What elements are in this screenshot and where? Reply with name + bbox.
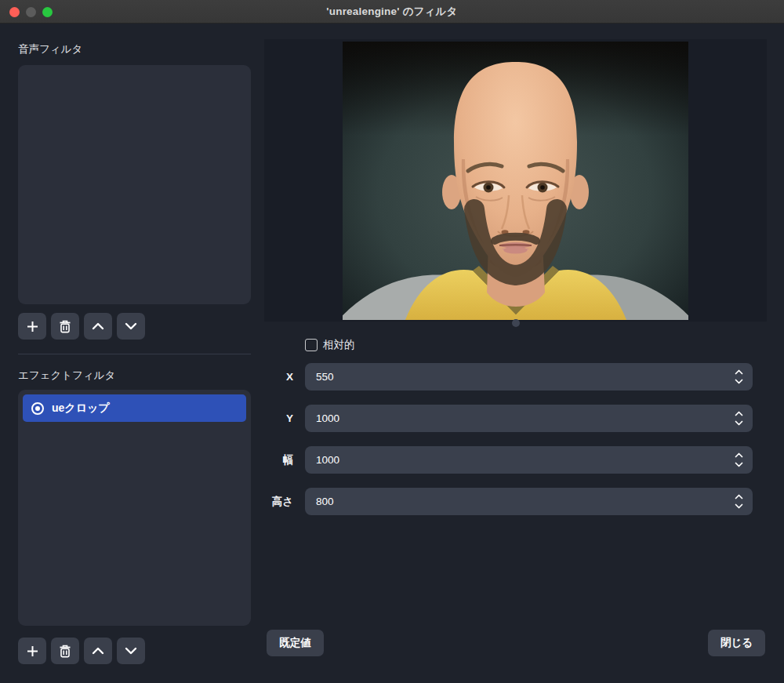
trash-icon xyxy=(59,645,71,658)
audio-filters-heading: 音声フィルタ xyxy=(18,42,82,56)
effect-filters-toolbar xyxy=(18,638,145,664)
field-row-width: 幅 xyxy=(267,446,753,474)
effect-add-filter-button[interactable] xyxy=(18,638,46,664)
width-spin-up-button[interactable] xyxy=(735,452,743,459)
x-spin-down-button[interactable] xyxy=(735,378,743,385)
height-spinbox xyxy=(305,488,753,515)
preview-splitter-handle[interactable] xyxy=(512,319,520,327)
width-field-label: 幅 xyxy=(199,446,293,474)
x-field-label: X xyxy=(199,363,293,391)
filters-dialog: 'unrealengine' のフィルタ 音声フィルタ xyxy=(0,0,784,683)
field-row-y: Y xyxy=(267,405,753,432)
filter-item-label: ueクロップ xyxy=(52,401,110,416)
traffic-lights xyxy=(9,0,53,24)
relative-checkbox-label: 相対的 xyxy=(323,338,355,352)
effect-remove-filter-button[interactable] xyxy=(51,638,79,664)
height-spin-down-button[interactable] xyxy=(735,503,743,510)
audio-remove-filter-button[interactable] xyxy=(51,313,79,340)
height-field-label: 高さ xyxy=(199,488,293,515)
chevron-up-icon xyxy=(92,647,104,655)
audio-move-filter-up-button[interactable] xyxy=(84,313,112,340)
width-spin-down-button[interactable] xyxy=(735,461,743,468)
y-spinbox xyxy=(305,405,753,432)
plus-icon xyxy=(26,645,39,658)
audio-filters-toolbar xyxy=(18,313,145,340)
field-row-x: X xyxy=(267,363,753,391)
width-input[interactable] xyxy=(305,446,726,474)
x-spin-up-button[interactable] xyxy=(735,369,743,376)
relative-checkbox[interactable] xyxy=(305,339,318,351)
chevron-down-icon xyxy=(125,322,137,330)
close-button[interactable]: 閉じる xyxy=(708,630,765,656)
y-field-label: Y xyxy=(199,405,293,432)
audio-add-filter-button[interactable] xyxy=(18,313,46,340)
source-preview-image xyxy=(343,42,688,320)
x-input[interactable] xyxy=(305,363,726,391)
titlebar: 'unrealengine' のフィルタ xyxy=(0,0,784,24)
chevron-down-icon xyxy=(125,647,137,655)
window-title: 'unrealengine' のフィルタ xyxy=(326,5,457,19)
relative-checkbox-row: 相対的 xyxy=(305,338,355,352)
height-spin-up-button[interactable] xyxy=(735,493,743,500)
plus-icon xyxy=(26,320,39,333)
audio-move-filter-down-button[interactable] xyxy=(117,313,145,340)
chevron-up-icon xyxy=(92,322,104,330)
effect-move-filter-up-button[interactable] xyxy=(84,638,112,664)
audio-filters-list[interactable] xyxy=(18,65,251,304)
close-window-button[interactable] xyxy=(9,7,20,17)
width-spinbox xyxy=(305,446,753,474)
defaults-button[interactable]: 既定値 xyxy=(267,630,324,656)
height-input[interactable] xyxy=(305,488,726,515)
visibility-eye-icon[interactable] xyxy=(31,401,45,416)
minimize-window-button[interactable] xyxy=(26,7,36,17)
y-input[interactable] xyxy=(305,405,726,432)
y-spin-down-button[interactable] xyxy=(735,420,743,427)
y-spin-up-button[interactable] xyxy=(735,410,743,417)
x-spinbox xyxy=(305,363,753,391)
trash-icon xyxy=(59,320,71,333)
panel-divider xyxy=(18,354,251,354)
effect-move-filter-down-button[interactable] xyxy=(117,638,145,664)
effect-filters-heading: エフェクトフィルタ xyxy=(18,369,115,383)
field-row-height: 高さ xyxy=(267,488,753,515)
source-preview-area xyxy=(264,39,767,322)
zoom-window-button[interactable] xyxy=(42,7,53,17)
